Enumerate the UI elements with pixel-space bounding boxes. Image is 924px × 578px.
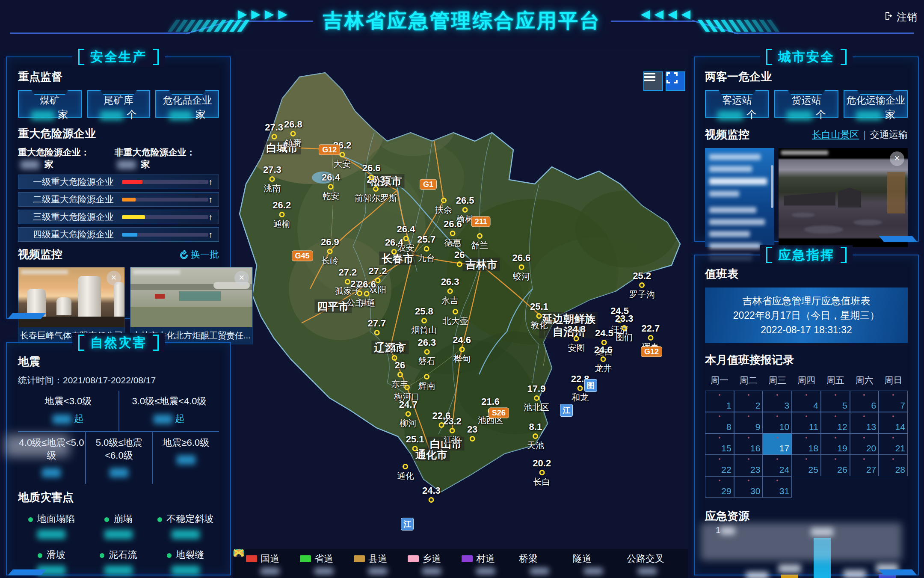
legend-item-国道[interactable]: 国道	[246, 552, 279, 578]
station-dot-icon[interactable]	[462, 207, 468, 213]
station-dot-icon[interactable]	[397, 372, 403, 377]
camera-list-item[interactable]	[709, 243, 761, 249]
legend-item-公路交叉[interactable]: 公路交叉	[623, 552, 664, 578]
close-camera-button[interactable]: ×	[234, 271, 249, 285]
station-dot-icon[interactable]	[441, 198, 447, 203]
station-dot-icon[interactable]	[412, 446, 418, 451]
station-dot-icon[interactable]	[403, 464, 408, 469]
station-dot-icon[interactable]	[424, 349, 429, 355]
calendar-day[interactable]: 27	[850, 455, 879, 476]
map-layers-button[interactable]	[643, 71, 663, 91]
station-dot-icon[interactable]	[429, 497, 434, 503]
city-stat-button[interactable]: 货运站个	[774, 90, 838, 118]
calendar-day[interactable]: 28	[879, 455, 908, 476]
station-dot-icon[interactable]	[533, 433, 538, 439]
station-dot-icon[interactable]	[457, 261, 462, 267]
station-dot-icon[interactable]	[406, 411, 411, 417]
station-dot-icon[interactable]	[279, 212, 284, 217]
station-dot-icon[interactable]	[459, 347, 465, 352]
station-dot-icon[interactable]	[424, 374, 429, 379]
supervision-stat-button[interactable]: 煤矿家	[18, 90, 82, 118]
camera-list-item[interactable]	[709, 166, 752, 172]
station-dot-icon[interactable]	[357, 290, 362, 296]
legend-item-县道[interactable]: 县道	[354, 552, 387, 578]
calendar-day[interactable]: 10	[763, 412, 792, 433]
supervision-stat-button[interactable]: 危化品企业家	[155, 90, 219, 118]
calendar-day[interactable]: 2	[734, 391, 763, 412]
map-fullscreen-button[interactable]	[666, 71, 685, 91]
close-camera-button[interactable]: ×	[890, 151, 904, 166]
station-dot-icon[interactable]	[364, 291, 370, 296]
camera-list-item[interactable]	[709, 178, 767, 185]
station-dot-icon[interactable]	[617, 317, 622, 323]
station-dot-icon[interactable]	[374, 330, 379, 335]
calendar-day[interactable]: 18	[792, 433, 821, 455]
camera-list-item[interactable]	[709, 231, 750, 237]
calendar-day[interactable]: 26	[821, 455, 850, 476]
calendar-day[interactable]: 14	[879, 412, 908, 433]
camera-list-item[interactable]	[709, 154, 761, 160]
station-dot-icon[interactable]	[574, 336, 579, 341]
station-dot-icon[interactable]	[328, 184, 334, 190]
calendar-day[interactable]: 21	[879, 433, 908, 455]
calendar-day[interactable]: 9	[734, 412, 763, 433]
station-dot-icon[interactable]	[290, 131, 296, 136]
camera-list-item[interactable]	[709, 191, 739, 197]
calendar-day[interactable]: 15	[705, 433, 734, 455]
city-camera-view[interactable]: ×	[779, 148, 908, 247]
station-dot-icon[interactable]	[271, 134, 277, 139]
province-map[interactable]: 白城市松原市长春市吉林市四平市辽源市通化市白山市延边朝鲜族自治州 26.8镇赉2…	[233, 49, 688, 578]
station-dot-icon[interactable]	[270, 176, 275, 182]
calendar-day[interactable]: 19	[821, 433, 850, 455]
station-dot-icon[interactable]	[518, 264, 524, 270]
calendar-day[interactable]: 13	[850, 412, 879, 433]
calendar-day[interactable]: 12	[821, 412, 850, 433]
calendar-day[interactable]: 6	[850, 391, 879, 412]
station-dot-icon[interactable]	[534, 395, 539, 401]
station-dot-icon[interactable]	[470, 436, 475, 442]
legend-item-村道[interactable]: 村道	[462, 552, 495, 578]
station-dot-icon[interactable]	[639, 282, 645, 288]
video-tab-交通运输[interactable]: 交通运输	[870, 128, 908, 141]
station-dot-icon[interactable]	[404, 385, 410, 390]
close-camera-button[interactable]: ×	[107, 271, 121, 285]
station-dot-icon[interactable]	[453, 309, 458, 314]
calendar-day[interactable]: 23	[734, 455, 763, 476]
calendar-day[interactable]: 30	[734, 476, 763, 498]
station-dot-icon[interactable]	[340, 152, 345, 157]
supervision-stat-button[interactable]: 尾矿库个	[87, 90, 151, 118]
calendar-day[interactable]: 31	[763, 476, 792, 498]
station-dot-icon[interactable]	[392, 355, 397, 361]
legend-item-省道[interactable]: 省道	[300, 552, 333, 578]
calendar-day[interactable]: 25	[792, 455, 821, 476]
calendar-day[interactable]: 7	[879, 391, 908, 412]
station-dot-icon[interactable]	[622, 325, 627, 331]
station-dot-icon[interactable]	[601, 340, 607, 345]
video-tab-长白山景区[interactable]: 长白山景区	[812, 128, 859, 141]
camera-list-item[interactable]	[709, 219, 765, 225]
calendar-day[interactable]: 22	[705, 455, 734, 476]
scrollbar-thumb[interactable]	[771, 165, 773, 208]
station-dot-icon[interactable]	[424, 246, 429, 252]
station-dot-icon[interactable]	[536, 313, 542, 319]
calendar-day[interactable]: 17	[763, 433, 792, 455]
station-dot-icon[interactable]	[403, 236, 409, 241]
station-dot-icon[interactable]	[438, 422, 444, 428]
legend-item-桥梁[interactable]: 桥梁	[515, 552, 549, 578]
station-dot-icon[interactable]	[447, 288, 453, 294]
station-dot-icon[interactable]	[539, 470, 545, 475]
station-dot-icon[interactable]	[450, 231, 456, 236]
station-dot-icon[interactable]	[578, 385, 583, 391]
station-dot-icon[interactable]	[375, 278, 381, 283]
calendar-day[interactable]: 4	[792, 391, 821, 412]
station-dot-icon[interactable]	[369, 175, 374, 180]
station-dot-icon[interactable]	[391, 249, 397, 255]
refresh-batch-button[interactable]: 换一批	[180, 248, 219, 261]
logout-button[interactable]: 注销	[884, 10, 917, 24]
calendar-day[interactable]: 20	[850, 433, 879, 455]
city-stat-button[interactable]: 客运站个	[705, 90, 769, 118]
calendar-day[interactable]: 24	[763, 455, 792, 476]
station-dot-icon[interactable]	[477, 233, 483, 239]
calendar-day[interactable]: 1	[705, 391, 734, 412]
legend-item-隧道[interactable]: 隧道	[569, 552, 603, 578]
